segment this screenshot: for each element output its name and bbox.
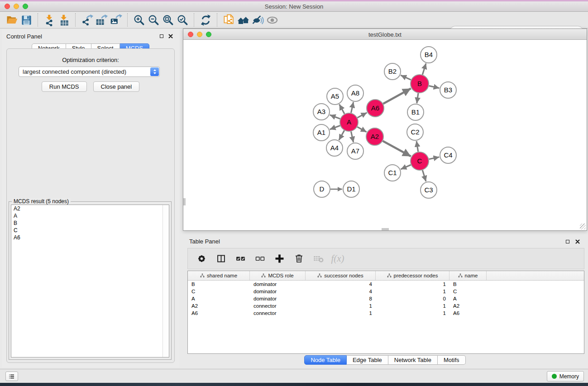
- attribute-settings-button[interactable]: [195, 253, 208, 265]
- graph-edge-A6-B: [383, 89, 411, 104]
- graph-edge-A-A3: [330, 115, 340, 119]
- svg-text:A8: A8: [351, 89, 359, 97]
- table-row[interactable]: A6connector11A6: [188, 310, 584, 317]
- open-file-icon: [6, 14, 18, 26]
- graph-node-C3[interactable]: C3: [421, 182, 437, 198]
- close-panel-action-button[interactable]: Close panel: [93, 81, 140, 92]
- select-all-columns-icon: [235, 253, 246, 264]
- tab-edge-table[interactable]: Edge Table: [347, 355, 388, 365]
- graph-node-B1[interactable]: B1: [407, 104, 424, 120]
- column-header-successor-nodes[interactable]: successor nodes: [306, 271, 376, 280]
- canvas-bottom-handle[interactable]: [382, 228, 389, 230]
- delete-columns-icon: [293, 253, 305, 264]
- graph-node-A5[interactable]: A5: [327, 88, 343, 105]
- export-network-button[interactable]: [80, 13, 94, 27]
- network-window-titlebar[interactable]: testGlobe.txt: [183, 29, 587, 40]
- control-panel: Control Panel NetworkStyleSelectMCDS Opt…: [2, 30, 179, 367]
- table-header-row: shared nameMCDS rolesuccessor nodesprede…: [188, 271, 584, 281]
- hide-panel-button[interactable]: [250, 13, 265, 27]
- home-layout-button[interactable]: [236, 13, 250, 27]
- zoom-fit-button[interactable]: [161, 13, 175, 27]
- export-image-button[interactable]: [109, 13, 123, 27]
- table-cell: 1: [376, 281, 449, 287]
- column-header-name[interactable]: name: [449, 271, 487, 280]
- table-close-button[interactable]: [574, 238, 581, 245]
- zoom-in-button[interactable]: [132, 13, 146, 27]
- graph-edge-B-B1: [417, 93, 418, 103]
- graph-node-B4[interactable]: B4: [421, 47, 437, 63]
- show-column-panel-button[interactable]: [215, 253, 227, 265]
- graph-node-A[interactable]: A: [340, 113, 358, 131]
- select-all-columns-button[interactable]: [234, 253, 247, 265]
- tab-network-table[interactable]: Network Table: [388, 355, 438, 365]
- table-float-button[interactable]: [564, 238, 571, 245]
- memory-button[interactable]: Memory: [547, 371, 584, 381]
- table-row[interactable]: Bdominator41B: [188, 281, 584, 288]
- close-panel-button[interactable]: [167, 33, 174, 39]
- import-table-button[interactable]: [57, 13, 71, 27]
- zoom-out-button[interactable]: [146, 13, 161, 27]
- save-session-button[interactable]: [19, 13, 33, 27]
- import-network-button[interactable]: [42, 13, 57, 27]
- table-cell: A6: [188, 310, 250, 316]
- mcds-result-item[interactable]: B: [11, 219, 169, 227]
- float-panel-button[interactable]: [158, 33, 165, 39]
- graph-node-D[interactable]: D: [314, 181, 330, 197]
- window-resize-grip[interactable]: [580, 224, 586, 229]
- graph-node-C4[interactable]: C4: [440, 147, 456, 163]
- column-header-MCDS-role[interactable]: MCDS role: [250, 271, 306, 280]
- criterion-dropdown[interactable]: largest connected component (directed): [19, 67, 160, 77]
- table-cell: connector: [250, 310, 306, 316]
- refresh-view-icon: [200, 14, 212, 26]
- export-table-button[interactable]: [94, 13, 109, 27]
- create-new-column-button[interactable]: [273, 253, 286, 265]
- mcds-result-item[interactable]: A: [11, 212, 169, 219]
- refresh-view-button[interactable]: [198, 13, 213, 27]
- tab-motifs[interactable]: Motifs: [438, 355, 466, 365]
- toolbar-separator: [38, 13, 38, 27]
- column-header-shared-name[interactable]: shared name: [188, 271, 250, 280]
- table-row[interactable]: Cdominator41C: [188, 288, 584, 295]
- column-header-predecessor-nodes[interactable]: predecessor nodes: [376, 271, 449, 280]
- mcds-result-list[interactable]: A2ABCA6: [11, 205, 169, 357]
- graph-node-C1[interactable]: C1: [384, 165, 401, 181]
- graph-node-A8[interactable]: A8: [347, 85, 363, 101]
- mcds-result-item[interactable]: A6: [11, 234, 169, 241]
- graph-node-B3[interactable]: B3: [440, 82, 456, 98]
- table-row[interactable]: Adominator80A: [188, 295, 584, 302]
- task-history-button[interactable]: [5, 372, 18, 381]
- graph-node-C[interactable]: C: [411, 152, 429, 170]
- list-scrollbar[interactable]: [163, 205, 169, 357]
- graph-node-A2[interactable]: A2: [366, 128, 383, 145]
- show-eye-button[interactable]: [265, 13, 279, 27]
- graph-node-B2[interactable]: B2: [384, 63, 401, 80]
- graph-node-A7[interactable]: A7: [347, 143, 363, 159]
- delete-columns-button[interactable]: [292, 253, 305, 265]
- show-eye-icon: [266, 14, 278, 26]
- graph-node-D1[interactable]: D1: [343, 181, 359, 197]
- zoom-selected-button[interactable]: [175, 13, 190, 27]
- close-icon: [167, 33, 174, 39]
- table-cell: C: [188, 289, 250, 294]
- mcds-result-item[interactable]: A2: [11, 205, 169, 212]
- open-file-button[interactable]: [5, 13, 19, 27]
- optimization-criterion-label: Optimization criterion:: [7, 57, 174, 63]
- mcds-result-item[interactable]: C: [11, 227, 169, 234]
- graph-edge-A-A1: [330, 125, 340, 129]
- clone-network-button[interactable]: [221, 13, 236, 27]
- canvas-left-handle[interactable]: [183, 198, 186, 205]
- graph-node-A1[interactable]: A1: [313, 124, 330, 141]
- network-canvas[interactable]: B4B2BB3A8A5A6A3B1AA1C2A2A4A7C4CC1C3DD1: [183, 40, 587, 230]
- run-mcds-button[interactable]: Run MCDS: [42, 81, 87, 92]
- graph-node-A3[interactable]: A3: [313, 104, 330, 120]
- show-column-panel-icon: [215, 253, 227, 264]
- tab-node-table[interactable]: Node Table: [304, 355, 347, 365]
- unselect-all-columns-button[interactable]: [253, 253, 266, 265]
- graph-node-B[interactable]: B: [411, 75, 429, 93]
- network-graph: B4B2BB3A8A5A6A3B1AA1C2A2A4A7C4CC1C3DD1: [183, 40, 587, 230]
- graph-node-C2[interactable]: C2: [407, 124, 423, 140]
- graph-node-A4[interactable]: A4: [326, 140, 343, 156]
- graph-node-A6[interactable]: A6: [367, 100, 384, 117]
- table-row[interactable]: A2connector11A2: [188, 302, 584, 310]
- svg-text:C1: C1: [388, 169, 397, 176]
